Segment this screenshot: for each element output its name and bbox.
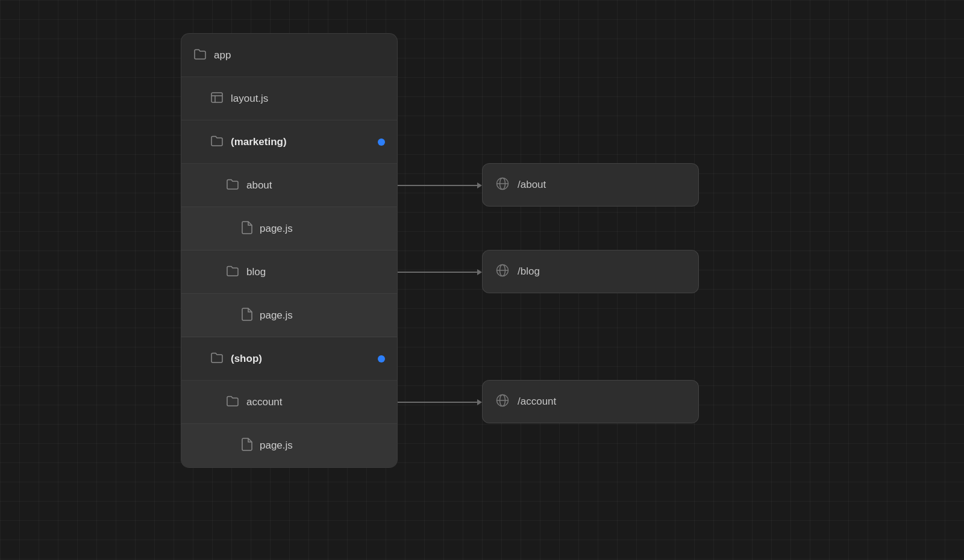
tree-row-marketing: (marketing) — [181, 120, 397, 164]
tree-row-about: about — [181, 164, 397, 207]
globe-icon-about — [496, 177, 509, 193]
svg-rect-0 — [211, 93, 222, 102]
folder-icon-about — [226, 178, 239, 193]
tree-label-page-about: page.js — [260, 223, 293, 235]
route-label-about: /about — [518, 179, 546, 191]
file-icon-page-account — [242, 438, 252, 453]
folder-icon-marketing — [210, 135, 224, 149]
route-label-blog: /blog — [518, 266, 540, 278]
route-box-about: /about — [482, 163, 699, 207]
tree-label-page-account: page.js — [260, 440, 293, 452]
globe-icon-account — [496, 394, 509, 409]
folder-icon-blog — [226, 265, 239, 279]
tree-row-account: account — [181, 381, 397, 424]
tree-label-marketing: (marketing) — [231, 136, 378, 148]
tree-row-blog: blog — [181, 250, 397, 294]
folder-icon-shop — [210, 352, 224, 366]
folder-icon — [193, 48, 207, 63]
tree-label-app: app — [214, 49, 231, 61]
file-icon-page-about — [242, 221, 252, 237]
tree-label-shop: (shop) — [231, 353, 378, 365]
tree-row-page-account: page.js — [181, 424, 397, 467]
tree-label-blog: blog — [246, 266, 266, 278]
arrow-about — [398, 185, 482, 186]
file-tree-panel: app layout.js (marketing) — [181, 33, 398, 468]
tree-row-layout: layout.js — [181, 77, 397, 120]
globe-icon-blog — [496, 264, 509, 279]
shop-dot — [378, 355, 385, 362]
file-icon-page-blog — [242, 308, 252, 323]
route-box-blog: /blog — [482, 250, 699, 293]
tree-row-app: app — [181, 34, 397, 77]
layout-icon — [210, 92, 224, 106]
arrow-account — [398, 402, 482, 403]
tree-row-page-about: page.js — [181, 207, 397, 250]
tree-row-shop: (shop) — [181, 337, 397, 381]
marketing-dot — [378, 138, 385, 146]
route-box-account: /account — [482, 380, 699, 423]
tree-label-about: about — [246, 179, 272, 191]
tree-label-layout: layout.js — [231, 93, 268, 105]
tree-label-account: account — [246, 396, 283, 408]
tree-label-page-blog: page.js — [260, 310, 293, 322]
folder-icon-account — [226, 395, 239, 409]
tree-row-page-blog: page.js — [181, 294, 397, 337]
route-label-account: /account — [518, 396, 556, 408]
arrow-blog — [398, 272, 482, 273]
